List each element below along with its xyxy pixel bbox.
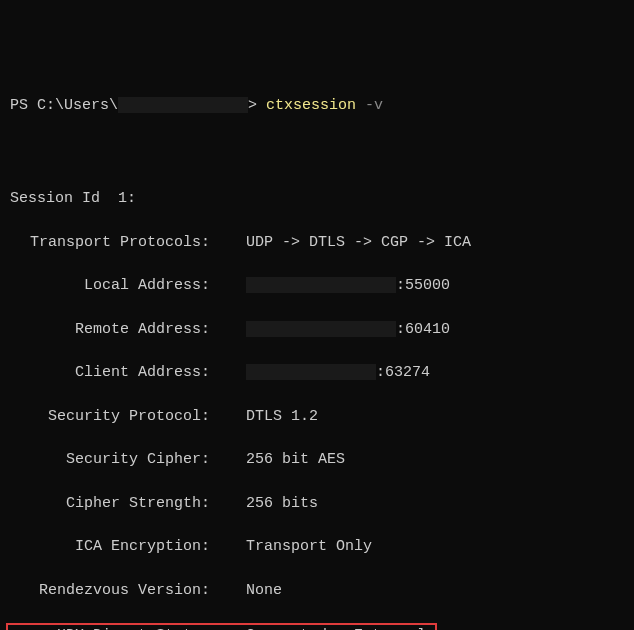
row-local-address: Local Address: :55000 [10, 275, 624, 297]
prompt-gt: > [248, 97, 266, 114]
value-security-cipher: 256 bit AES [246, 451, 345, 468]
label-local-address: Local Address: [10, 275, 210, 297]
value-ica-encryption: Transport Only [246, 538, 372, 555]
label-hdx-direct-state: HDX Direct State: [10, 625, 210, 630]
ps-prefix: PS C:\Users\ [10, 97, 118, 114]
command: ctxsession [266, 97, 356, 114]
value-cipher-strength: 256 bits [246, 495, 318, 512]
redacted-user [118, 97, 248, 113]
session-id: Session Id 1: [10, 188, 624, 210]
highlight-box: HDX Direct State: Connected - External [6, 623, 437, 630]
row-transport-protocols: Transport Protocols: UDP -> DTLS -> CGP … [10, 232, 624, 254]
value-security-protocol: DTLS 1.2 [246, 408, 318, 425]
port-local: :55000 [396, 277, 450, 294]
label-security-protocol: Security Protocol: [10, 406, 210, 428]
prompt-line: PS C:\Users\> ctxsession -v [10, 95, 624, 117]
redacted-remote-address [246, 321, 396, 337]
port-remote: :60410 [396, 321, 450, 338]
row-security-cipher: Security Cipher: 256 bit AES [10, 449, 624, 471]
row-remote-address: Remote Address: :60410 [10, 319, 624, 341]
port-client: :63274 [376, 364, 430, 381]
redacted-client-address [246, 364, 376, 380]
row-client-address: Client Address: :63274 [10, 362, 624, 384]
value-rendezvous-version: None [246, 582, 282, 599]
row-security-protocol: Security Protocol: DTLS 1.2 [10, 406, 624, 428]
redacted-local-address [246, 277, 396, 293]
command-flag: -v [365, 97, 383, 114]
row-rendezvous-version: Rendezvous Version: None [10, 580, 624, 602]
row-cipher-strength: Cipher Strength: 256 bits [10, 493, 624, 515]
label-security-cipher: Security Cipher: [10, 449, 210, 471]
label-cipher-strength: Cipher Strength: [10, 493, 210, 515]
blank-line [10, 145, 624, 167]
label-client-address: Client Address: [10, 362, 210, 384]
row-ica-encryption: ICA Encryption: Transport Only [10, 536, 624, 558]
label-remote-address: Remote Address: [10, 319, 210, 341]
label-transport-protocols: Transport Protocols: [10, 232, 210, 254]
value-transport-protocols: UDP -> DTLS -> CGP -> ICA [246, 234, 471, 251]
label-rendezvous-version: Rendezvous Version: [10, 580, 210, 602]
row-hdx-direct-state: HDX Direct State: Connected - External [10, 623, 624, 630]
label-ica-encryption: ICA Encryption: [10, 536, 210, 558]
